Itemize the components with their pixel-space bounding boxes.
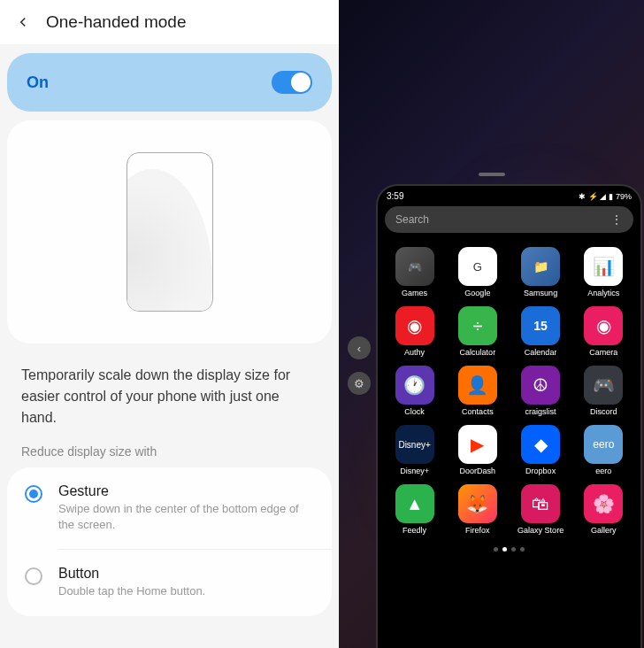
more-dots-icon[interactable]: ⋮	[610, 212, 623, 227]
app-craigslist[interactable]: ☮craigslist	[510, 362, 572, 420]
app-label: Authy	[404, 348, 425, 357]
back-floating-icon[interactable]: ‹	[348, 336, 371, 359]
app-label: Calendar	[525, 348, 557, 357]
app-google[interactable]: GGoogle	[446, 243, 509, 301]
reduce-section-label: Reduce display size with	[0, 444, 339, 467]
page-title: One-handed mode	[46, 12, 186, 32]
settings-floating-icon[interactable]: ⚙	[348, 372, 371, 395]
doordash-icon: ▶	[458, 425, 497, 464]
analytics-icon: 📊	[584, 247, 623, 286]
page-dot[interactable]	[494, 547, 498, 552]
page-dot[interactable]	[520, 547, 525, 552]
preview-panel: ‹ ⚙ 3:59 ✱ ⚡ ◢ ▮ 79% Search ⋮ 🎮GamesGGoo…	[339, 0, 644, 648]
app-label: Contacts	[462, 407, 494, 416]
app-games[interactable]: 🎮Games	[383, 243, 446, 301]
calculator-icon: ÷	[458, 306, 497, 345]
app-label: Galaxy Store	[518, 526, 564, 535]
back-icon[interactable]	[14, 13, 32, 31]
app-eero[interactable]: eeroeero	[572, 421, 635, 479]
page-indicator	[378, 542, 640, 555]
radio-gesture[interactable]	[25, 485, 42, 503]
app-clock[interactable]: 🕐Clock	[383, 362, 446, 420]
settings-header: One-handed mode	[0, 0, 339, 44]
app-grid: 🎮GamesGGoogle📁Samsung📊Analytics◉Authy÷Ca…	[378, 240, 640, 542]
page-dot[interactable]	[502, 547, 507, 552]
app-label: Games	[402, 289, 427, 297]
app-discord[interactable]: 🎮Discord	[572, 362, 635, 420]
app-firefox[interactable]: 🦊Firefox	[446, 481, 509, 538]
dropbox-icon: ◆	[521, 425, 560, 464]
status-indicator-icons: ✱ ⚡ ◢ ▮	[579, 192, 613, 201]
search-input[interactable]: Search ⋮	[385, 206, 633, 233]
app-label: Feedly	[402, 526, 426, 535]
app-label: Disney+	[400, 467, 429, 475]
button-subtitle: Double tap the Home button.	[58, 583, 314, 599]
app-label: Discord	[590, 407, 617, 416]
status-time: 3:59	[387, 191, 403, 201]
app-disney[interactable]: Disney+Disney+	[383, 421, 446, 479]
gesture-title: Gesture	[58, 483, 314, 499]
app-analytics[interactable]: 📊Analytics	[572, 243, 635, 301]
option-button[interactable]: Button Double tap the Home button.	[7, 550, 332, 615]
app-label: Analytics	[587, 289, 619, 297]
app-label: Camera	[589, 348, 617, 357]
google-icon: G	[458, 247, 497, 286]
disney-icon: Disney+	[395, 425, 434, 464]
eero-icon: eero	[584, 425, 623, 464]
app-label: Gallery	[591, 526, 617, 535]
app-label: Samsung	[524, 289, 557, 297]
app-label: Dropbox	[525, 467, 556, 475]
option-gesture[interactable]: Gesture Swipe down in the center of the …	[58, 467, 332, 550]
app-doordash[interactable]: ▶DoorDash	[446, 421, 509, 479]
status-bar: 3:59 ✱ ⚡ ◢ ▮ 79%	[378, 186, 640, 203]
app-calculator[interactable]: ÷Calculator	[446, 303, 509, 360]
status-icons: ✱ ⚡ ◢ ▮ 79%	[579, 192, 632, 201]
app-label: craigslist	[525, 407, 556, 416]
app-label: Clock	[404, 407, 425, 416]
galaxystore-icon: 🛍	[521, 484, 560, 523]
camera-icon: ◉	[584, 306, 623, 345]
illustration-card	[7, 120, 332, 343]
feedly-icon: ▲	[395, 484, 434, 523]
page-dot[interactable]	[511, 547, 516, 552]
gallery-icon: 🌸	[584, 484, 623, 523]
mini-phone-preview: 3:59 ✱ ⚡ ◢ ▮ 79% Search ⋮ 🎮GamesGGoogle📁…	[376, 184, 642, 648]
app-galaxystore[interactable]: 🛍Galaxy Store	[510, 481, 572, 538]
app-camera[interactable]: ◉Camera	[572, 303, 635, 360]
firefox-icon: 🦊	[458, 484, 497, 523]
authy-icon: ◉	[395, 306, 434, 345]
app-label: Calculator	[460, 348, 496, 357]
app-label: Google	[464, 289, 490, 297]
search-placeholder: Search	[395, 213, 429, 226]
drag-handle-icon[interactable]	[479, 173, 505, 176]
app-label: DoorDash	[460, 467, 496, 475]
app-contacts[interactable]: 👤Contacts	[446, 362, 509, 420]
toggle-switch[interactable]	[272, 71, 312, 94]
toggle-state-label: On	[27, 73, 49, 92]
contacts-icon: 👤	[458, 366, 497, 405]
calendar-icon: 15	[521, 306, 560, 345]
phone-illustration-icon	[126, 152, 213, 312]
gesture-subtitle: Swipe down in the center of the bottom e…	[58, 501, 314, 533]
side-buttons: ‹ ⚙	[348, 336, 371, 407]
craigslist-icon: ☮	[521, 366, 560, 405]
samsung-icon: 📁	[521, 247, 560, 286]
app-gallery[interactable]: 🌸Gallery	[572, 481, 635, 538]
battery-percent: 79%	[616, 192, 632, 201]
app-feedly[interactable]: ▲Feedly	[383, 481, 446, 538]
button-title: Button	[58, 566, 314, 582]
app-label: Firefox	[465, 526, 490, 535]
master-toggle-section[interactable]: On	[7, 53, 332, 112]
toggle-knob	[291, 73, 310, 92]
app-samsung[interactable]: 📁Samsung	[510, 243, 572, 301]
app-authy[interactable]: ◉Authy	[383, 303, 446, 360]
clock-icon: 🕐	[395, 366, 434, 405]
app-calendar[interactable]: 15Calendar	[510, 303, 572, 360]
app-dropbox[interactable]: ◆Dropbox	[510, 421, 572, 479]
options-card: Gesture Swipe down in the center of the …	[7, 467, 332, 616]
discord-icon: 🎮	[584, 366, 623, 405]
radio-button[interactable]	[25, 567, 42, 585]
app-label: eero	[595, 467, 611, 475]
settings-panel: One-handed mode On Temporarily scale dow…	[0, 0, 339, 648]
games-icon: 🎮	[395, 247, 434, 286]
